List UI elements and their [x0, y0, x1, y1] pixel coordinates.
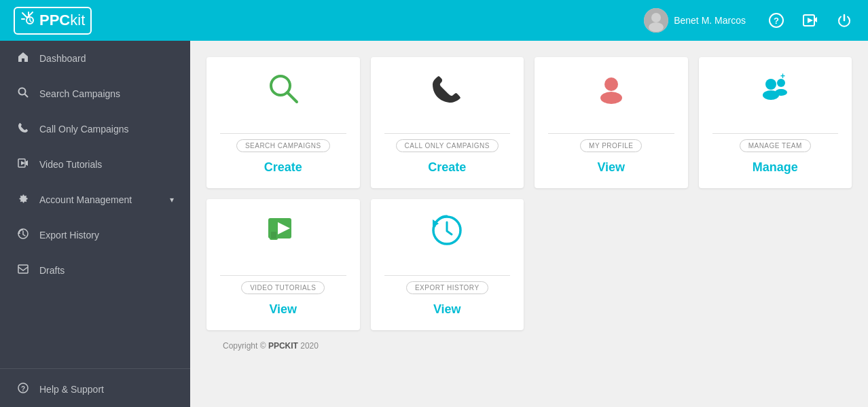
search-campaigns-create-button[interactable]: Create — [264, 160, 302, 175]
sidebar-item-help-support[interactable]: ? Help & Support — [0, 372, 190, 407]
sidebar-item-label: Help & Support — [39, 384, 174, 395]
video-card-icon — [266, 213, 301, 255]
manage-team-button[interactable]: Manage — [753, 160, 798, 175]
sidebar-item-video-tutorials[interactable]: Video Tutorials — [0, 147, 190, 182]
main-footer: Copyright © PPCKIT 2020 — [206, 330, 852, 361]
svg-marker-11 — [21, 161, 25, 165]
svg-point-2 — [651, 13, 661, 22]
card-badge: MANAGE TEAM — [740, 139, 811, 152]
sidebar-item-label: Search Campaigns — [39, 88, 174, 99]
sidebar-item-call-only-campaigns[interactable]: Call Only Campaigns — [0, 111, 190, 147]
logo-text: PPCkit — [39, 12, 85, 29]
home-icon — [16, 52, 30, 65]
card-badge: CALL ONLY CAMPAIGNS — [396, 139, 499, 152]
svg-rect-14 — [18, 265, 28, 273]
svg-text:+: + — [780, 71, 785, 81]
nav-icons: ? — [766, 10, 854, 31]
sidebar-item-dashboard[interactable]: Dashboard — [0, 41, 190, 76]
svg-text:?: ? — [774, 16, 779, 26]
svg-point-24 — [775, 89, 787, 96]
power-icon-button[interactable] — [834, 10, 854, 31]
sidebar-item-export-history[interactable]: Export History — [0, 217, 190, 253]
svg-line-18 — [287, 92, 297, 102]
drafts-sidebar-icon — [16, 264, 30, 277]
card-badge: VIDEO TUTORIALS — [241, 281, 325, 294]
call-only-campaigns-create-button[interactable]: Create — [428, 160, 466, 175]
call-card-icon — [429, 71, 465, 113]
sidebar-item-label: Dashboard — [39, 53, 174, 64]
card-badge: MY PROFILE — [580, 139, 642, 152]
sidebar-bottom: ? Help & Support — [0, 366, 190, 407]
card-divider — [384, 133, 511, 134]
help-icon-button[interactable]: ? — [766, 10, 786, 31]
svg-text:?: ? — [21, 385, 25, 393]
export-sidebar-icon — [16, 228, 30, 242]
sidebar: Dashboard Search Campaigns Call Only Cam… — [0, 41, 190, 407]
user-name: Benet M. Marcos — [674, 15, 746, 26]
call-only-campaigns-card: CALL ONLY CAMPAIGNS Create — [371, 57, 524, 188]
team-card-icon: + — [757, 71, 793, 113]
sidebar-item-search-campaigns[interactable]: Search Campaigns — [0, 76, 190, 111]
card-icon-area — [266, 71, 301, 120]
search-sidebar-icon — [16, 87, 30, 101]
logo-icon — [20, 11, 37, 31]
my-profile-card: MY PROFILE View — [535, 57, 688, 188]
svg-point-19 — [604, 77, 618, 91]
top-navbar: PPCkit Benet M. Marcos ? — [0, 0, 868, 41]
sidebar-item-label: Video Tutorials — [39, 159, 174, 170]
avatar — [644, 8, 668, 33]
sidebar-item-label: Call Only Campaigns — [39, 124, 174, 135]
card-icon-area — [429, 213, 465, 262]
cards-row2: VIDEO TUTORIALS View EXPORT — [206, 199, 852, 330]
card-badge: EXPORT HISTORY — [406, 281, 488, 294]
export-history-card: EXPORT HISTORY View — [371, 199, 524, 330]
svg-marker-7 — [808, 18, 813, 23]
gear-sidebar-icon — [16, 193, 30, 207]
video-icon-button[interactable] — [800, 10, 820, 31]
card-icon-area: + — [757, 71, 793, 120]
sidebar-item-drafts[interactable]: Drafts — [0, 253, 190, 288]
sidebar-item-label: Drafts — [39, 265, 174, 276]
svg-rect-29 — [271, 232, 276, 238]
footer-brand: PPCKIT — [268, 341, 298, 351]
video-tutorials-view-button[interactable]: View — [269, 302, 297, 317]
svg-point-20 — [600, 92, 622, 104]
export-history-view-button[interactable]: View — [433, 302, 461, 317]
card-icon-area — [594, 71, 629, 120]
profile-card-icon — [594, 71, 629, 113]
my-profile-view-button[interactable]: View — [597, 160, 625, 175]
cards-row1: SEARCH CAMPAIGNS Create CALL ONLY CAMPAI… — [206, 57, 852, 188]
card-icon-area — [266, 213, 301, 262]
search-campaigns-card: SEARCH CAMPAIGNS Create — [206, 57, 360, 188]
card-divider — [384, 275, 511, 276]
card-icon-area — [429, 71, 465, 120]
svg-point-21 — [765, 79, 776, 90]
footer-text: Copyright © PPCKIT 2020 — [223, 341, 319, 351]
card-divider — [712, 133, 839, 134]
logo-box[interactable]: PPCkit — [14, 7, 92, 35]
sidebar-item-label: Export History — [39, 230, 174, 241]
sidebar-item-label: Account Management — [39, 194, 160, 205]
history-card-icon — [429, 213, 465, 255]
app-layout: Dashboard Search Campaigns Call Only Cam… — [0, 41, 868, 407]
user-area: Benet M. Marcos — [644, 8, 746, 33]
video-sidebar-icon — [16, 158, 30, 171]
phone-sidebar-icon — [16, 122, 30, 136]
card-badge: SEARCH CAMPAIGNS — [236, 139, 330, 152]
search-card-icon — [266, 71, 301, 113]
sidebar-divider — [0, 368, 190, 369]
sidebar-item-account-management[interactable]: Account Management ▾ — [0, 182, 190, 217]
chevron-down-icon: ▾ — [170, 195, 174, 205]
video-tutorials-card: VIDEO TUTORIALS View — [206, 199, 360, 330]
help-sidebar-icon: ? — [16, 383, 30, 396]
card-divider — [220, 133, 346, 134]
manage-team-card: + MANAGE TEAM Manage — [699, 57, 852, 188]
svg-point-3 — [649, 22, 664, 32]
card-divider — [220, 275, 346, 276]
main-content: SEARCH CAMPAIGNS Create CALL ONLY CAMPAI… — [190, 41, 868, 407]
svg-line-9 — [25, 94, 29, 98]
card-divider — [548, 133, 674, 134]
svg-point-8 — [19, 88, 26, 95]
logo-area: PPCkit — [14, 7, 644, 35]
